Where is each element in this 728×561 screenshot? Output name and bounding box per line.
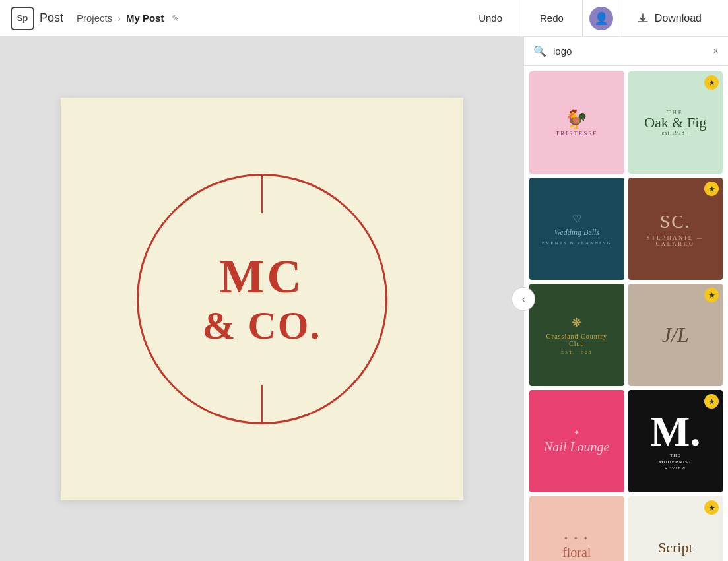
header-actions: Undo Redo 👤 Download [460, 0, 717, 37]
template-item[interactable]: Script ★ [628, 496, 723, 561]
logo-line-top [261, 174, 263, 213]
breadcrumb: Projects › My Post ✎ [77, 13, 180, 24]
header: Sp Post Projects › My Post ✎ Undo Redo 👤… [0, 0, 728, 37]
logo-mc: MC [203, 251, 321, 303]
breadcrumb-parent[interactable]: Projects [77, 13, 112, 24]
canvas-card: MC & CO. [61, 98, 463, 500]
search-bar: 🔍 × [524, 37, 728, 66]
app-name: Post [40, 11, 63, 25]
template-item[interactable]: ♡ Wedding Bells EVENTS & PLANNING [529, 178, 624, 280]
premium-badge: ★ [704, 394, 719, 409]
template-item[interactable]: 🐓 TRISTESSE [529, 71, 624, 174]
premium-badge: ★ [704, 75, 719, 90]
template-item[interactable]: THE Oak & Fig est 1978 · ★ [628, 71, 723, 174]
close-icon: × [713, 46, 719, 57]
right-panel: 🔍 × 🐓 TRISTESSE THE [523, 37, 728, 561]
collapse-panel-button[interactable]: ‹ [512, 287, 535, 311]
app-logo: Sp Post [11, 7, 63, 30]
main-content: MC & CO. ‹ 🔍 × 🐓 TRISTESSE [0, 37, 728, 561]
breadcrumb-separator: › [117, 13, 121, 24]
redo-button[interactable]: Redo [521, 0, 583, 37]
template-thumbnail: ♡ Wedding Bells EVENTS & PLANNING [529, 178, 624, 280]
avatar-button[interactable]: 👤 [583, 0, 620, 37]
avatar: 👤 [589, 7, 613, 30]
premium-badge: ★ [704, 500, 719, 515]
template-thumbnail: ❋ Grassland Country Club EST. 1923 [529, 284, 624, 386]
template-item[interactable]: ✦ Nail Lounge [529, 390, 624, 492]
template-thumbnail: ✦ ✦ ✦ floral [529, 496, 624, 561]
download-icon [636, 12, 649, 25]
logo-co: & CO. [203, 304, 321, 347]
search-clear-button[interactable]: × [713, 46, 719, 57]
logo-design: MC & CO. [130, 167, 394, 431]
template-item[interactable]: M. THEMODERNISTREVIEW ★ [628, 390, 723, 492]
logo-line-bottom [261, 385, 263, 424]
template-thumbnail: 🐓 TRISTESSE [529, 71, 624, 174]
search-input[interactable] [553, 46, 706, 57]
search-icon: 🔍 [533, 45, 546, 57]
breadcrumb-current: My Post [126, 13, 164, 24]
template-item[interactable]: J/L ★ [628, 284, 723, 386]
template-item[interactable]: ❋ Grassland Country Club EST. 1923 [529, 284, 624, 386]
template-item[interactable]: ✦ ✦ ✦ floral [529, 496, 624, 561]
template-item[interactable]: SC. STEPHANIE — CALARRO ★ [628, 178, 723, 280]
template-thumbnail: ✦ Nail Lounge [529, 390, 624, 492]
edit-icon[interactable]: ✎ [172, 13, 180, 24]
premium-badge: ★ [704, 288, 719, 302]
download-button[interactable]: Download [620, 0, 717, 37]
user-icon: 👤 [594, 11, 609, 26]
undo-button[interactable]: Undo [460, 0, 521, 37]
logo-text: MC & CO. [203, 251, 321, 346]
canvas-area[interactable]: MC & CO. ‹ [0, 37, 523, 561]
template-grid: 🐓 TRISTESSE THE Oak & Fig est 1978 · ★ [524, 66, 728, 561]
premium-badge: ★ [704, 182, 719, 196]
logo-box: Sp [11, 7, 34, 30]
